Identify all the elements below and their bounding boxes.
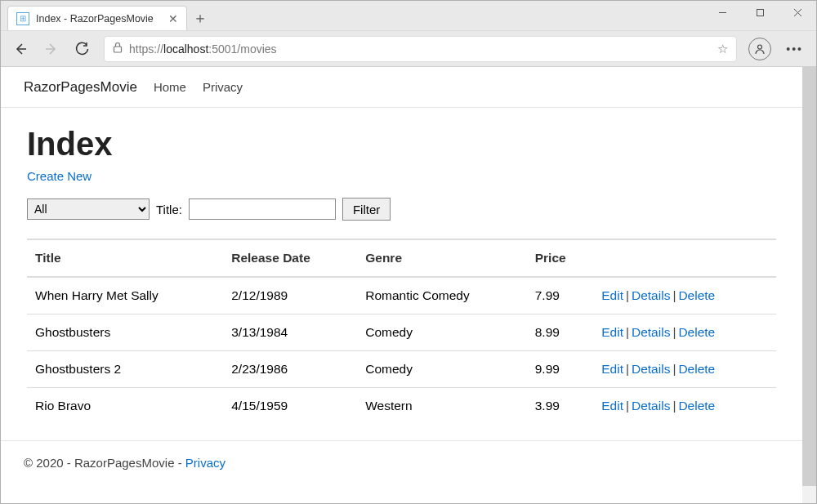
more-button[interactable]: ••• (783, 42, 806, 56)
delete-link[interactable]: Delete (678, 362, 715, 376)
details-link[interactable]: Details (632, 325, 670, 339)
page-title: Index (27, 126, 776, 163)
cell-genre: Romantic Comedy (357, 277, 527, 314)
footer-copyright: © 2020 - RazorPagesMovie - (24, 456, 185, 470)
favicon: ⊞ (16, 12, 29, 25)
cell-title: Ghostbusters 2 (27, 351, 223, 388)
cell-price: 3.99 (527, 388, 594, 425)
col-title: Title (27, 239, 223, 277)
address-bar[interactable]: https://localhost:5001/movies ☆ (104, 36, 737, 62)
edit-link[interactable]: Edit (601, 362, 623, 376)
browser-toolbar: https://localhost:5001/movies ☆ ••• (1, 30, 816, 66)
delete-link[interactable]: Delete (678, 288, 715, 302)
title-filter-label: Title: (156, 203, 182, 216)
filter-form: All Title: Filter (27, 198, 776, 221)
new-tab-button[interactable]: ＋ (187, 6, 213, 30)
col-price: Price (527, 239, 594, 277)
edit-link[interactable]: Edit (601, 325, 623, 339)
footer: © 2020 - RazorPagesMovie - Privacy (1, 440, 802, 484)
col-genre: Genre (357, 239, 527, 277)
window-close-button[interactable] (779, 1, 816, 24)
table-row: Rio Bravo4/15/1959Western3.99Edit|Detail… (27, 388, 776, 425)
cell-date: 4/15/1959 (223, 388, 357, 425)
cell-price: 8.99 (527, 314, 594, 351)
cell-title: Ghostbusters (27, 314, 223, 351)
cell-price: 7.99 (527, 277, 594, 314)
window-maximize-button[interactable] (741, 1, 779, 24)
app-navbar: RazorPagesMovie Home Privacy (1, 67, 802, 108)
create-new-link[interactable]: Create New (27, 169, 92, 183)
cell-title: When Harry Met Sally (27, 277, 223, 314)
forward-button[interactable] (42, 39, 61, 59)
tab-close-icon[interactable]: ✕ (168, 13, 178, 25)
svg-rect-6 (114, 47, 122, 52)
genre-select[interactable]: All (27, 198, 150, 220)
cell-title: Rio Bravo (27, 388, 223, 425)
lock-icon (113, 42, 123, 56)
profile-button[interactable] (748, 38, 771, 60)
edit-link[interactable]: Edit (601, 399, 623, 413)
details-link[interactable]: Details (632, 288, 670, 302)
delete-link[interactable]: Delete (678, 399, 715, 413)
movies-table: Title Release Date Genre Price When Harr… (27, 239, 776, 424)
cell-genre: Western (357, 388, 527, 425)
nav-home[interactable]: Home (154, 80, 186, 94)
tab-title: Index - RazorPagesMovie (36, 13, 154, 25)
brand-link[interactable]: RazorPagesMovie (24, 79, 137, 96)
table-row: When Harry Met Sally2/12/1989Romantic Co… (27, 277, 776, 314)
footer-privacy-link[interactable]: Privacy (185, 456, 225, 470)
details-link[interactable]: Details (632, 399, 670, 413)
edit-link[interactable]: Edit (601, 288, 623, 302)
svg-rect-1 (757, 9, 763, 16)
browser-titlebar: ⊞ Index - RazorPagesMovie ✕ ＋ (1, 1, 816, 30)
cell-actions: Edit|Details|Delete (593, 314, 776, 351)
cell-date: 2/23/1986 (223, 351, 357, 388)
favorite-icon[interactable]: ☆ (717, 42, 728, 56)
cell-actions: Edit|Details|Delete (593, 277, 776, 314)
table-row: Ghostbusters 22/23/1986Comedy9.99Edit|De… (27, 351, 776, 388)
back-button[interactable] (11, 39, 30, 59)
cell-date: 2/12/1989 (223, 277, 357, 314)
cell-price: 9.99 (527, 351, 594, 388)
browser-tab[interactable]: ⊞ Index - RazorPagesMovie ✕ (7, 6, 187, 30)
cell-genre: Comedy (357, 314, 527, 351)
window-minimize-button[interactable] (703, 1, 741, 24)
cell-actions: Edit|Details|Delete (593, 388, 776, 425)
table-row: Ghostbusters3/13/1984Comedy8.99Edit|Deta… (27, 314, 776, 351)
col-release-date: Release Date (223, 239, 357, 277)
url-text: https://localhost:5001/movies (129, 42, 277, 56)
details-link[interactable]: Details (632, 362, 670, 376)
filter-button[interactable]: Filter (342, 198, 391, 221)
col-actions (593, 239, 776, 277)
svg-point-7 (758, 45, 762, 49)
cell-actions: Edit|Details|Delete (593, 351, 776, 388)
cell-genre: Comedy (357, 351, 527, 388)
title-filter-input[interactable] (189, 198, 336, 220)
vertical-scrollbar[interactable] (802, 67, 816, 503)
delete-link[interactable]: Delete (678, 325, 715, 339)
nav-privacy[interactable]: Privacy (203, 80, 243, 94)
refresh-button[interactable] (73, 39, 92, 59)
cell-date: 3/13/1984 (223, 314, 357, 351)
